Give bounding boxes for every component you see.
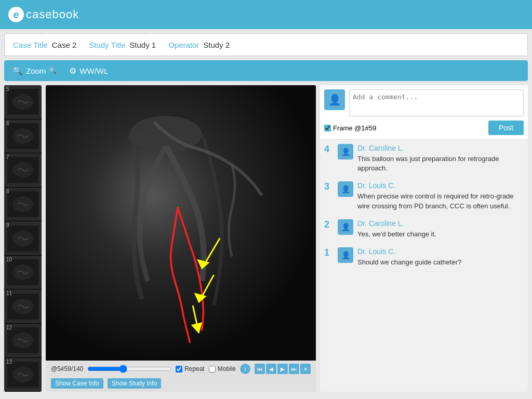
operator-label: Operator [168,41,199,49]
post-button[interactable]: Post [488,121,524,135]
wwwl-label: WW/WL [79,66,108,75]
comments-list: 4 👤 Dr. Caroline L. This balloon was jus… [320,140,528,392]
comment-avatar-icon-3: 👤 [341,185,350,193]
comment-input-row: 👤 [324,89,524,116]
comment-body-2: Dr. Caroline L. Yes, we'd better change … [357,219,524,239]
logo: e casebook [8,7,79,22]
comment-body-1: Dr. Louis C. Should we change guide cath… [357,247,524,267]
logo-e-text: e [13,9,19,21]
zoom-label: Zoom [26,66,46,75]
comment-text-1: Should we change guide catheter? [357,258,524,267]
comment-num-2: 2 [324,219,334,239]
film-label-8: 8 [6,189,9,194]
main-content: 5 6 7 8 9 10 11 [4,85,528,392]
comment-author-2: Dr. Caroline L. [357,219,524,228]
film-label-10: 10 [6,257,12,262]
comment-author-4: Dr. Caroline L. [357,144,524,152]
film-frame-8[interactable]: 8 [4,188,42,222]
comment-input-area: 👤 Frame @1#59 Post [320,85,528,140]
user-avatar-icon: 👤 [328,94,341,106]
viewer-image [46,85,316,361]
filmstrip: 5 6 7 8 9 10 11 [4,85,42,392]
image-container [46,85,316,361]
mobile-label: Mobile [218,365,236,373]
comment-item-4: 4 👤 Dr. Caroline L. This balloon was jus… [324,144,524,173]
film-frame-5[interactable]: 5 [4,85,42,119]
comment-avatar-1: 👤 [338,247,353,263]
film-frame-9[interactable]: 9 [4,221,42,256]
zoom-control[interactable]: 🔍 Zoom 🔍 [12,66,57,76]
show-case-info-button[interactable]: Show Case Info [51,378,103,389]
logo-text: casebook [26,8,79,21]
comment-avatar-icon-1: 👤 [341,251,350,259]
comment-avatar-icon-2: 👤 [341,223,350,231]
zoom-out-icon: 🔍 [12,66,23,76]
comment-avatar-2: 👤 [338,219,353,235]
film-label-9: 9 [6,222,9,228]
comment-author-1: Dr. Louis C. [357,247,524,256]
prev-frame-button[interactable]: ◀ [266,364,276,374]
viewer-panel: @5#59/140 Repeat Mobile i ⏮ ◀ ▶ ⏭ ✕ Show… [46,85,316,392]
frame-tag-row: Frame @1#59 Post [324,121,524,135]
comment-num-4: 4 [324,144,334,173]
study-title-label: Study Title [89,41,125,49]
comment-num-1: 1 [324,247,334,267]
comments-panel: 👤 Frame @1#59 Post 4 👤 Dr. Caroline L. T… [320,85,528,392]
comment-text-3: When precise wire control is required fo… [357,192,524,210]
case-title-label: Case Title [13,41,48,49]
case-title-value: Case 2 [52,41,77,49]
nav-item-operator[interactable]: Operator Study 2 [168,41,230,49]
repeat-checkbox-label[interactable]: Repeat [176,365,205,373]
film-label-13: 13 [6,359,12,365]
close-button[interactable]: ✕ [300,364,311,374]
comment-avatar-3: 👤 [338,181,353,197]
film-frame-10[interactable]: 10 [4,256,42,290]
header: e casebook [0,0,532,29]
comment-item-2: 2 👤 Dr. Caroline L. Yes, we'd better cha… [324,219,524,239]
comment-num-3: 3 [324,181,334,210]
frame-tag-checkbox[interactable] [324,125,331,131]
frame-slider[interactable] [87,365,171,373]
repeat-checkbox[interactable] [176,366,182,373]
comment-avatar-icon-4: 👤 [341,148,350,156]
nav-bar: Case Title Case 2 Study Title Study 1 Op… [4,33,528,56]
film-frame-13[interactable]: 13 [4,358,42,392]
first-frame-button[interactable]: ⏮ [255,364,265,374]
info-button[interactable]: i [240,364,250,374]
repeat-label: Repeat [184,365,205,373]
frame-tag-checkbox-label[interactable]: Frame @1#59 [324,124,376,132]
comment-input[interactable] [349,89,524,116]
film-label-6: 6 [6,121,9,126]
operator-value: Study 2 [203,41,230,49]
zoom-in-icon: 🔍 [49,67,57,74]
viewer-controls: @5#59/140 Repeat Mobile i ⏮ ◀ ▶ ⏭ ✕ Show… [46,361,316,392]
film-label-5: 5 [6,86,9,92]
show-study-info-button[interactable]: Show Study Info [108,378,161,389]
film-frame-11[interactable]: 11 [4,289,42,324]
film-frame-6[interactable]: 6 [4,119,42,154]
mobile-checkbox[interactable] [209,366,216,373]
next-frame-button[interactable]: ▶ [277,364,288,374]
toolbar: 🔍 Zoom 🔍 ⚙ WW/WL [4,60,528,81]
nav-item-case[interactable]: Case Title Case 2 [13,41,76,49]
frame-info: @5#59/140 [51,365,83,373]
film-label-12: 12 [6,325,12,330]
mobile-checkbox-label[interactable]: Mobile [209,365,236,373]
nav-arrows: ⏮ ◀ ▶ ⏭ ✕ [255,364,311,374]
wwwl-control[interactable]: ⚙ WW/WL [69,66,108,76]
logo-e-circle: e [8,7,24,22]
user-avatar: 👤 [324,89,345,110]
film-frame-7[interactable]: 7 [4,153,42,188]
comment-text-4: This balloon was just preparation for re… [357,154,524,173]
settings-icon: ⚙ [69,66,76,76]
last-frame-button[interactable]: ⏭ [289,364,299,374]
comment-body-4: Dr. Caroline L. This balloon was just pr… [357,144,524,173]
film-frame-12[interactable]: 12 [4,324,42,358]
nav-item-study[interactable]: Study Title Study 1 [89,41,156,49]
comment-item-3: 3 👤 Dr. Louis C. When precise wire contr… [324,181,524,210]
comment-avatar-4: 👤 [338,144,353,159]
annotation-overlay [46,85,316,361]
comment-body-3: Dr. Louis C. When precise wire control i… [357,181,524,210]
study-title-value: Study 1 [129,41,156,49]
frame-tag-label: Frame @1#59 [333,124,376,132]
